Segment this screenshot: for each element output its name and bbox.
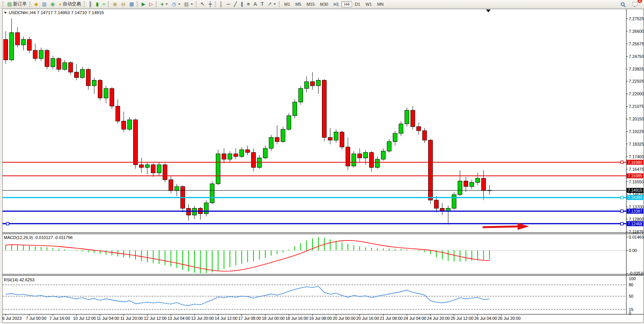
line-chart-button[interactable]: ≈ xyxy=(100,0,107,8)
bar-chart-button[interactable]: ║ xyxy=(87,0,94,8)
timeframe-m15[interactable]: M15 xyxy=(304,1,317,7)
candle-body xyxy=(393,133,397,141)
candle-body xyxy=(358,154,362,158)
timeframe-m5[interactable]: M5 xyxy=(293,1,304,7)
timeframe-m1[interactable]: M1 xyxy=(282,1,293,7)
candle-body xyxy=(381,151,386,159)
chart-shift-button[interactable]: ▷ xyxy=(147,0,155,8)
line-handle[interactable] xyxy=(621,196,623,199)
candle-body xyxy=(452,195,456,209)
time-tick-label: 7 Jul 16:00 xyxy=(49,316,70,321)
candle-body xyxy=(204,203,209,214)
time-tick-label: 26 Jul 04:00 xyxy=(474,316,497,321)
equidistant-channel-button[interactable]: ∥ xyxy=(239,0,245,8)
line-handle[interactable] xyxy=(621,210,623,213)
toolbar-grip[interactable] xyxy=(196,2,197,7)
tile-windows-button[interactable]: ▦ xyxy=(128,0,136,8)
timeframe-mn[interactable]: MN xyxy=(375,1,386,7)
candle-body xyxy=(387,141,391,151)
price-tick-label: 7.12800 xyxy=(629,217,644,221)
text-label-button[interactable]: T xyxy=(259,0,266,8)
timeframe-h1[interactable]: H1 xyxy=(331,1,341,7)
candle-body xyxy=(434,200,438,208)
chart-title-text: USDCNH-,H4 7.14717 7.14953 7.14710 7.149… xyxy=(9,10,104,15)
toolbar-grip[interactable] xyxy=(84,2,85,7)
candle-body xyxy=(110,88,114,106)
templates-button[interactable]: ▧ xyxy=(182,0,195,8)
price-tick-label: 7.22925 xyxy=(629,79,644,83)
charts-button[interactable]: ◆ xyxy=(32,0,40,8)
price-tick-label: 7.24750 xyxy=(629,54,644,59)
auto-trading-button[interactable]: ◕自动交易 xyxy=(57,0,83,8)
candle-body xyxy=(169,180,173,191)
periods-button[interactable]: ◷ xyxy=(170,0,182,8)
toolbar-grip[interactable] xyxy=(29,2,31,7)
candle-body xyxy=(228,154,232,159)
chart-window: 7.275257.266007.256757.247507.238257.229… xyxy=(0,8,644,324)
candlestick-chart-button[interactable]: ▮ xyxy=(94,0,100,8)
text-button[interactable]: A xyxy=(252,0,259,8)
candle-body xyxy=(263,148,268,158)
auto-trading-button-label: 自动交易 xyxy=(63,1,81,7)
new-order-button[interactable]: ▤新订单 xyxy=(5,0,29,8)
chart-title-bar[interactable]: USDCNH-,H4 7.14717 7.14953 7.14710 7.149… xyxy=(4,10,104,15)
fibonacci-button[interactable]: ≡ xyxy=(245,0,252,8)
toolbar-group: │─╱∥≡AT↗ xyxy=(214,0,278,8)
time-tick-label: 20 Jul 00:00 xyxy=(333,316,355,321)
candle-body xyxy=(240,150,244,157)
hline-tag-label: 7.13387 xyxy=(628,209,642,213)
auto-scroll-icon: ▶ xyxy=(142,0,145,8)
notifications-button[interactable]: 1 xyxy=(630,0,639,8)
toolbar-grip[interactable] xyxy=(215,2,216,7)
price-tick-label: 7.15550 xyxy=(629,180,644,184)
price-tick-label: 7.27525 xyxy=(629,16,644,21)
line-handle[interactable] xyxy=(621,161,623,164)
toolbar-grip[interactable] xyxy=(137,2,138,7)
timeframe-h4[interactable]: H4 xyxy=(341,1,352,7)
toolbar-grip[interactable] xyxy=(2,2,4,7)
horizontal-line-button[interactable]: ─ xyxy=(225,0,232,8)
auto-scroll-button[interactable]: ▶ xyxy=(140,0,147,8)
candle-body xyxy=(311,82,315,86)
chart-canvas[interactable]: 7.275257.266007.256757.247507.238257.229… xyxy=(0,8,644,324)
candle-body xyxy=(128,120,132,129)
channel-icon: ∥ xyxy=(241,0,243,8)
candle-body xyxy=(98,80,102,98)
trendline-button[interactable]: ╱ xyxy=(232,0,239,8)
indicators-button[interactable]: + xyxy=(159,0,170,8)
toolbar-grip[interactable] xyxy=(108,2,109,7)
market-watch-button[interactable]: ▥ xyxy=(40,0,48,8)
linechart-icon: ≈ xyxy=(102,0,105,8)
timeframe-m30[interactable]: M30 xyxy=(317,1,331,7)
timeframe-d1[interactable]: D1 xyxy=(352,1,363,7)
new-order-button-label: 新订单 xyxy=(13,1,27,7)
search-button[interactable] xyxy=(619,0,626,8)
chart-dropdown-icon[interactable] xyxy=(4,12,7,14)
signals-button[interactable]: ◉ xyxy=(49,0,57,8)
time-tick-label: 6 Jul 2023 xyxy=(2,316,22,321)
shapes-button[interactable]: ↗ xyxy=(266,0,278,8)
bars-icon: ║ xyxy=(89,0,92,8)
zoom-in-button[interactable]: ⊕ xyxy=(111,0,119,8)
toolbar-grip[interactable] xyxy=(279,2,280,7)
candle-body xyxy=(352,154,356,166)
vertical-line-button[interactable]: │ xyxy=(218,0,225,8)
text-icon: A xyxy=(253,0,257,8)
cursor-button[interactable]: ↖ xyxy=(199,0,207,8)
crosshair-button[interactable]: ┼ xyxy=(207,0,214,8)
clock-icon: ◷ xyxy=(172,0,176,8)
candle-body xyxy=(399,124,403,133)
price-tick-label: 7.16475 xyxy=(629,167,644,172)
rsi-scale-label: 80 xyxy=(629,282,633,287)
toolbar-grip[interactable] xyxy=(156,2,157,7)
candle-body xyxy=(210,184,214,203)
zoom-out-button[interactable]: ⊖ xyxy=(119,0,128,8)
line-handle[interactable] xyxy=(621,222,623,225)
line-handle[interactable] xyxy=(6,222,9,225)
timeframe-w1[interactable]: W1 xyxy=(363,1,375,7)
candle-body xyxy=(157,165,161,173)
candle-body xyxy=(16,33,20,45)
candle-body xyxy=(411,110,415,127)
price-tick-label: 7.26600 xyxy=(629,29,644,34)
mt4-window: ▤新订单◆▥◉◕自动交易║▮≈⊕⊖▦▶▷+◷▧↖┼│─╱∥≡AT↗M1M5M15… xyxy=(0,0,644,324)
